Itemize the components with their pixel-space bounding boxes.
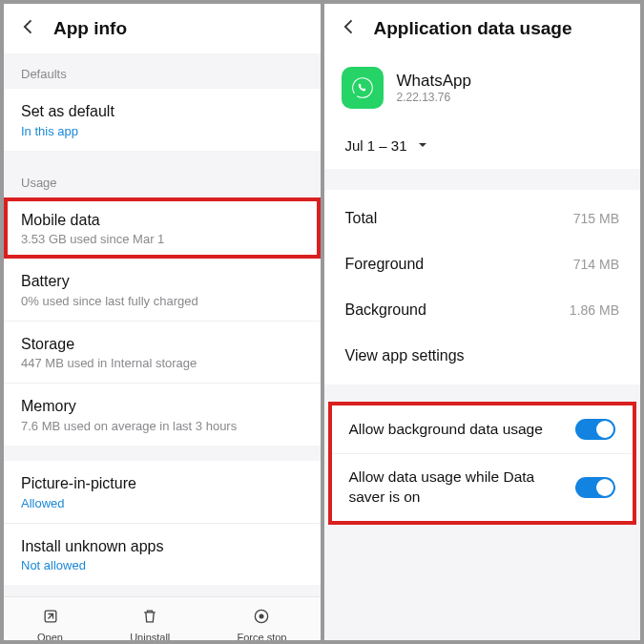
pip-row[interactable]: Picture-in-picture Allowed — [4, 461, 321, 524]
row-label: Mobile data — [21, 210, 303, 231]
defaults-card: Set as default In this app — [4, 89, 321, 151]
row-label: Install unknown apps — [21, 536, 303, 557]
toggle-switch[interactable] — [575, 419, 615, 440]
section-label-defaults: Defaults — [4, 53, 321, 89]
app-version: 2.22.13.76 — [397, 91, 471, 104]
app-name: WhatsApp — [397, 72, 471, 91]
header: Application data usage — [324, 4, 641, 53]
stat-total: Total 715 MB — [324, 196, 641, 241]
uninstall-button[interactable]: Uninstall — [130, 607, 170, 640]
install-unknown-row[interactable]: Install unknown apps Not allowed — [4, 524, 321, 586]
allow-data-saver-row[interactable]: Allow data usage while Data saver is on — [332, 454, 634, 521]
app-info-panel: App info Defaults Set as default In this… — [4, 4, 321, 640]
storage-row[interactable]: Storage 447 MB used in Internal storage — [4, 322, 321, 384]
page-title: App info — [53, 18, 127, 39]
stat-label: View app settings — [345, 347, 465, 364]
row-label: Storage — [21, 334, 303, 355]
app-meta: WhatsApp 2.22.13.76 — [397, 72, 471, 104]
section-label-usage: Usage — [4, 162, 321, 197]
stat-value: 714 MB — [573, 257, 619, 272]
view-app-settings[interactable]: View app settings — [324, 333, 641, 379]
force-stop-label: Force stop — [237, 632, 286, 640]
stat-background: Background 1.86 MB — [324, 287, 641, 333]
usage-card: Mobile data 3.53 GB used since Mar 1 Bat… — [4, 197, 321, 446]
row-label: Memory — [21, 396, 303, 417]
svg-point-2 — [260, 614, 264, 619]
open-label: Open — [37, 632, 63, 640]
open-icon — [41, 607, 60, 628]
row-sub: Not allowed — [21, 558, 303, 572]
toggle-label: Allow data usage while Data saver is on — [349, 467, 565, 508]
row-sub: In this app — [21, 124, 303, 138]
row-sub: 3.53 GB used since Mar 1 — [21, 232, 303, 246]
row-label: Picture-in-picture — [21, 473, 303, 494]
stat-value: 715 MB — [573, 211, 619, 226]
toggle-label: Allow background data usage — [349, 420, 543, 440]
header: App info — [4, 4, 321, 53]
chevron-down-icon — [417, 137, 428, 154]
row-sub: 7.6 MB used on average in last 3 hours — [21, 419, 303, 433]
back-icon[interactable] — [340, 17, 359, 40]
row-label: Battery — [21, 271, 303, 292]
row-sub: Allowed — [21, 496, 303, 510]
back-icon[interactable] — [19, 17, 38, 40]
memory-row[interactable]: Memory 7.6 MB used on average in last 3 … — [4, 384, 321, 446]
stat-label: Foreground — [345, 256, 425, 273]
stat-label: Background — [345, 301, 426, 319]
row-sub: 0% used since last fully charged — [21, 294, 303, 308]
stat-foreground: Foreground 714 MB — [324, 241, 641, 287]
page-title: Application data usage — [374, 18, 572, 39]
force-stop-button[interactable]: Force stop — [237, 607, 286, 640]
mobile-data-row[interactable]: Mobile data 3.53 GB used since Mar 1 — [4, 197, 321, 260]
app-header: WhatsApp 2.22.13.76 — [324, 53, 641, 126]
toggle-switch[interactable] — [575, 477, 615, 498]
uninstall-label: Uninstall — [130, 632, 170, 640]
set-default-row[interactable]: Set as default In this app — [4, 89, 321, 151]
date-range-selector[interactable]: Jul 1 – 31 — [324, 126, 641, 169]
row-label: Set as default — [21, 101, 303, 122]
allow-bg-data-row[interactable]: Allow background data usage — [332, 405, 634, 454]
toggles-highlight: Allow background data usage Allow data u… — [328, 402, 637, 525]
open-button[interactable]: Open — [37, 607, 63, 640]
trash-icon — [140, 607, 159, 628]
data-usage-panel: Application data usage WhatsApp 2.22.13.… — [324, 4, 641, 640]
force-stop-icon — [252, 607, 271, 628]
date-range-label: Jul 1 – 31 — [345, 137, 407, 154]
extras-card: Picture-in-picture Allowed Install unkno… — [4, 461, 321, 585]
bottom-bar: Open Uninstall Force stop — [4, 596, 321, 640]
toggles-card: Allow background data usage Allow data u… — [332, 405, 634, 521]
stat-value: 1.86 MB — [570, 302, 619, 318]
stat-label: Total — [345, 210, 378, 227]
stats-card: Total 715 MB Foreground 714 MB Backgroun… — [324, 190, 641, 384]
battery-row[interactable]: Battery 0% used since last fully charged — [4, 259, 321, 322]
row-sub: 447 MB used in Internal storage — [21, 356, 303, 370]
whatsapp-icon — [342, 67, 384, 109]
